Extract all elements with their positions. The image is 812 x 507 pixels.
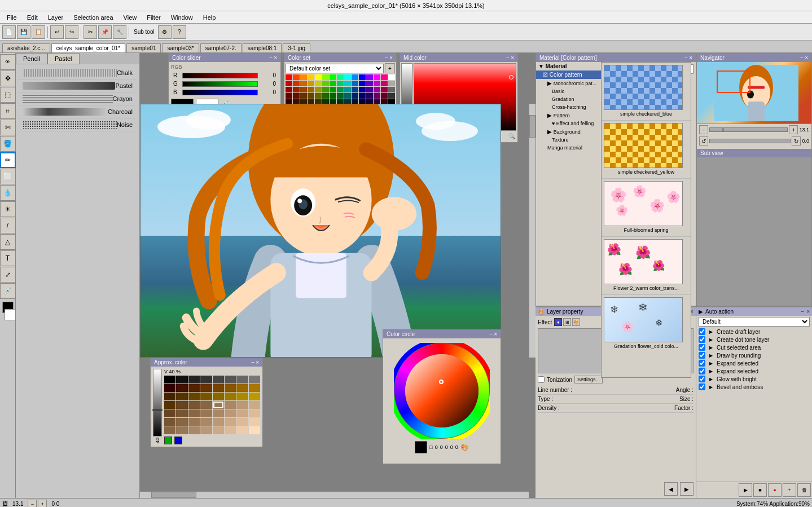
auto-action-record[interactable]: ● [768, 483, 782, 497]
toolbar-btn-8[interactable]: ? [173, 25, 186, 39]
zoom-in-btn[interactable]: + [38, 500, 47, 508]
menu-edit[interactable]: Edit [23, 13, 42, 22]
action-expand-4[interactable]: ▶ [708, 352, 714, 359]
channel-r-slider[interactable] [182, 73, 258, 78]
brush-item-charcoal[interactable]: Charcoal [18, 105, 137, 118]
action-expand-5[interactable]: ▶ [708, 360, 714, 367]
canvas-scrollbar-v[interactable] [529, 104, 536, 358]
tab-sample03[interactable]: sample03* [162, 43, 199, 52]
menu-window[interactable]: Window [166, 13, 197, 22]
menu-layer[interactable]: Layer [43, 13, 68, 22]
tool-eraser[interactable]: ⬜ [0, 169, 16, 184]
nav-zoom-out[interactable]: − [699, 125, 708, 134]
color-circle-close[interactable]: × [494, 331, 497, 337]
menu-view[interactable]: View [119, 13, 142, 22]
toolbar-btn-6[interactable]: 🔧 [113, 25, 126, 39]
approx-color-close[interactable]: × [256, 359, 259, 365]
color-circle-minimize[interactable]: − [489, 331, 493, 337]
tool-view[interactable]: 👁 [0, 54, 16, 70]
action-check-7[interactable] [699, 376, 705, 382]
tab-pencil[interactable]: Pencil [16, 53, 47, 64]
canvas-area[interactable]: Color slider − × RGB R 0 G 0 [140, 53, 536, 498]
action-check-3[interactable] [699, 344, 705, 351]
brush-item-noise[interactable]: Noise [18, 118, 137, 131]
tool-shape[interactable]: △ [0, 234, 16, 250]
color-slider-close[interactable]: × [274, 55, 277, 61]
channel-g-slider[interactable] [182, 81, 258, 87]
effect-toggle-grid[interactable]: ⊞ [563, 318, 571, 326]
auto-action-stop[interactable]: ■ [753, 483, 767, 497]
thumb-yellow-check[interactable]: simple checkered_yellow [602, 121, 691, 179]
circle-eyedropper-icon[interactable]: 🎨 [460, 443, 469, 451]
nav-rotate-slider[interactable] [709, 139, 791, 143]
nav-rotate-right[interactable]: ↻ [792, 136, 801, 146]
circle-fg-color[interactable] [415, 441, 427, 453]
toolbar-btn-7[interactable]: ⚙ [158, 25, 172, 39]
nav-zoom-slider[interactable] [709, 127, 788, 132]
color-bg[interactable] [5, 309, 16, 320]
thumb-warm-flower[interactable]: 🌺 🌺 🌺 🌺 Flower 2_warm color_trans... [602, 237, 691, 295]
material-close[interactable]: × [689, 55, 692, 61]
action-check-2[interactable] [699, 336, 705, 343]
brush-item-crayon[interactable]: Crayon [18, 92, 137, 105]
tool-transform[interactable]: ⤢ [0, 267, 16, 283]
effect-toggle-on[interactable]: ● [554, 318, 562, 326]
auto-action-min[interactable]: − [801, 308, 804, 315]
layer-prop-prev[interactable]: ◀ [664, 482, 678, 496]
settings-btn[interactable]: Settings... [574, 376, 603, 383]
color-set-dropdown[interactable]: Default color set [286, 64, 384, 73]
thumb-spring[interactable]: 🌸 🌸 🌸 🌸 🌸 Full-bloomed spring [602, 179, 691, 237]
tool-text[interactable]: T [0, 250, 16, 266]
tool-fill[interactable]: 🪣 [0, 136, 16, 152]
action-check-5[interactable] [699, 360, 705, 367]
color-slider-minimize[interactable]: − [269, 55, 273, 61]
tab-3-1[interactable]: 3-1.jpg [283, 43, 310, 52]
thumb-grad-flower[interactable]: ❄ ❄ ❄ 🌸 Gradation flower_cold colo... [602, 295, 691, 306]
effect-toggle-color[interactable]: 🎨 [572, 318, 580, 326]
approx-color-minimize[interactable]: − [251, 359, 254, 365]
tab-sample08[interactable]: sample08:1 [243, 43, 282, 52]
tool-crop[interactable]: ✄ [0, 120, 16, 135]
action-expand-8[interactable]: ▶ [708, 383, 714, 390]
tool-move[interactable]: ✥ [0, 70, 16, 86]
menu-selection[interactable]: Selection area [69, 13, 117, 22]
tool-lasso[interactable]: ⌗ [0, 103, 16, 119]
toolbar-btn-5[interactable]: 📌 [98, 25, 112, 39]
zoom-out-btn[interactable]: − [28, 500, 37, 508]
auto-action-dropdown[interactable]: Default [699, 317, 810, 327]
tonization-checkbox[interactable] [538, 376, 545, 383]
menu-filter[interactable]: Filter [142, 13, 165, 22]
auto-action-play[interactable]: ▶ [739, 483, 752, 497]
brush-item-chalk[interactable]: Chalk [18, 67, 137, 80]
color-set-minimize[interactable]: − [385, 55, 388, 61]
color-set-close[interactable]: × [389, 55, 393, 61]
action-expand-2[interactable]: ▶ [708, 336, 714, 343]
nav-zoom-in[interactable]: + [789, 125, 798, 134]
tool-dodge[interactable]: ☀ [0, 201, 16, 217]
action-check-8[interactable] [699, 383, 705, 390]
auto-action-add[interactable]: + [783, 483, 796, 497]
canvas-scrollbar-h[interactable] [140, 491, 529, 498]
tool-color-picker[interactable]: 💉 [0, 283, 16, 299]
toolbar-btn-2[interactable]: 💾 [17, 25, 30, 39]
tool-brush[interactable]: ✏ [0, 152, 16, 168]
tab-akishake[interactable]: akishake_2.c... [2, 43, 50, 52]
tab-celsys[interactable]: celsys_sample_color_01* [51, 43, 125, 52]
action-check-4[interactable] [699, 352, 705, 359]
layer-prop-next[interactable]: ▶ [680, 482, 694, 496]
tool-blend[interactable]: 💧 [0, 185, 16, 201]
material-minimize[interactable]: − [684, 55, 688, 61]
action-check-1[interactable] [699, 328, 705, 335]
navigator-minimize[interactable]: − [800, 55, 804, 61]
mid-color-close[interactable]: × [511, 55, 514, 61]
mid-color-icon[interactable]: 🔍 [508, 133, 515, 139]
toolbar-btn-3[interactable]: 📋 [32, 25, 45, 39]
tab-sample07[interactable]: sample07-2. [200, 43, 242, 52]
action-check-6[interactable] [699, 368, 705, 374]
tool-line[interactable]: / [0, 218, 16, 233]
thumb-blue-check[interactable]: simple checkered_blue [602, 63, 691, 121]
navigator-close[interactable]: × [805, 55, 808, 61]
action-expand-1[interactable]: ▶ [708, 328, 714, 335]
action-expand-7[interactable]: ▶ [708, 376, 714, 382]
menu-file[interactable]: File [2, 13, 21, 22]
